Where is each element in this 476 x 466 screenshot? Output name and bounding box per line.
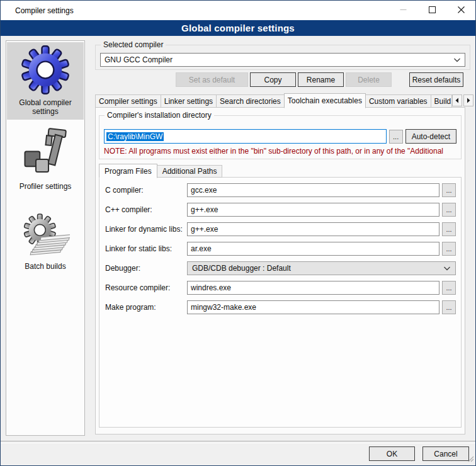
- installation-directory-row: C:\raylib\MinGW ... Auto-detect: [104, 129, 456, 144]
- field-label: Resource compiler:: [105, 283, 187, 292]
- c-compiler-row: C compiler: ...: [105, 183, 456, 197]
- compiler-select-value: GNU GCC Compiler: [105, 55, 173, 64]
- caliper-icon: [20, 128, 71, 180]
- window-controls: [388, 1, 475, 20]
- debugger-select[interactable]: GDB/CDB debugger : Default: [187, 261, 456, 275]
- static-linker-input[interactable]: [187, 242, 439, 256]
- blue-gear-icon: [21, 45, 70, 96]
- sidebar-item-batch-builds[interactable]: Batch builds: [7, 210, 84, 275]
- ok-button[interactable]: OK: [369, 446, 415, 461]
- cancel-button[interactable]: Cancel: [422, 446, 469, 461]
- tab-toolchain-executables[interactable]: Toolchain executables: [284, 93, 366, 108]
- installation-directory-input[interactable]: C:\raylib\MinGW: [104, 129, 387, 144]
- field-label: Debugger:: [105, 264, 187, 273]
- auto-detect-button[interactable]: Auto-detect: [405, 129, 456, 144]
- field-label: C++ compiler:: [105, 205, 187, 214]
- field-label: Linker for static libs:: [105, 244, 187, 253]
- browse-c-compiler-button[interactable]: ...: [442, 183, 456, 197]
- sidebar-item-global-compiler-settings[interactable]: Global compiler settings: [7, 42, 84, 120]
- make-program-input[interactable]: [187, 300, 439, 314]
- tab-build-options[interactable]: Build: [431, 94, 452, 108]
- browse-static-linker-button[interactable]: ...: [442, 242, 456, 256]
- title-bar[interactable]: Compiler settings: [1, 1, 475, 20]
- set-as-default-button[interactable]: Set as default: [176, 72, 248, 87]
- browse-directory-button[interactable]: ...: [389, 130, 403, 144]
- minimize-button[interactable]: [388, 1, 417, 20]
- dynamic-linker-input[interactable]: [187, 222, 439, 236]
- browse-dynamic-linker-button[interactable]: ...: [442, 222, 456, 236]
- dynamic-linker-row: Linker for dynamic libs: ...: [105, 222, 456, 236]
- gray-gear-stack-icon: [21, 213, 70, 260]
- selected-compiler-group: Selected compiler GNU GCC Compiler: [95, 45, 470, 70]
- compiler-actions: Set as default Copy Rename Delete Reset …: [95, 72, 470, 87]
- arrow-right-icon: [467, 96, 470, 105]
- footer-divider: [1, 441, 475, 443]
- reset-defaults-button[interactable]: Reset defaults: [409, 72, 463, 87]
- close-icon: [458, 6, 465, 15]
- maximize-button[interactable]: [417, 1, 446, 20]
- tab-program-files[interactable]: Program Files: [99, 164, 157, 178]
- sidebar-item-label: Global compiler settings: [13, 98, 78, 116]
- sidebar-item-profiler-settings[interactable]: Profiler settings: [7, 125, 84, 195]
- browse-make-program-button[interactable]: ...: [442, 300, 456, 314]
- page-title: Global compiler settings: [1, 20, 475, 36]
- bin-subdirectory-note: NOTE: All programs must exist either in …: [104, 147, 459, 156]
- c-compiler-input[interactable]: [187, 183, 439, 197]
- arrow-left-icon: [455, 96, 459, 105]
- tab-scroll-arrows: [452, 94, 473, 106]
- tab-scroll-left-button[interactable]: [452, 94, 462, 106]
- cpp-compiler-input[interactable]: [187, 203, 439, 217]
- minimize-icon: [400, 6, 407, 15]
- group-label: Selected compiler: [101, 40, 166, 49]
- delete-button[interactable]: Delete: [346, 72, 392, 87]
- cpp-compiler-row: C++ compiler: ...: [105, 203, 456, 217]
- rename-button[interactable]: Rename: [298, 72, 344, 87]
- close-button[interactable]: [446, 1, 475, 20]
- copy-button[interactable]: Copy: [250, 72, 296, 87]
- installation-directory-group: Compiler's installation directory C:\ray…: [99, 115, 462, 159]
- installation-directory-value: C:\raylib\MinGW: [106, 132, 164, 141]
- browse-cpp-compiler-button[interactable]: ...: [442, 203, 456, 217]
- tab-additional-paths[interactable]: Additional Paths: [157, 165, 223, 178]
- tab-search-directories[interactable]: Search directories: [216, 94, 285, 108]
- sidebar-item-label: Batch builds: [13, 262, 78, 271]
- resize-grip-icon[interactable]: [468, 455, 474, 464]
- tab-linker-settings[interactable]: Linker settings: [161, 94, 217, 108]
- field-label: Make program:: [105, 303, 187, 312]
- resource-compiler-row: Resource compiler: ...: [105, 281, 456, 295]
- field-label: C compiler:: [105, 186, 187, 195]
- group-label: Compiler's installation directory: [105, 111, 214, 120]
- browse-resource-compiler-button[interactable]: ...: [442, 281, 456, 295]
- resource-compiler-input[interactable]: [187, 281, 439, 295]
- program-files-tab-bar: Program Files Additional Paths: [99, 163, 222, 178]
- window-title: Compiler settings: [1, 6, 74, 15]
- settings-category-list: Global compiler settings Profiler settin…: [6, 40, 85, 436]
- chevron-down-icon: [443, 264, 451, 273]
- compiler-settings-dialog: Compiler settings Global compiler settin…: [0, 0, 476, 466]
- static-linker-row: Linker for static libs: ...: [105, 242, 456, 256]
- maximize-icon: [429, 6, 436, 15]
- compiler-select[interactable]: GNU GCC Compiler: [100, 53, 465, 67]
- debugger-select-value: GDB/CDB debugger : Default: [192, 264, 291, 273]
- tab-scroll-right-button[interactable]: [463, 94, 473, 106]
- debugger-row: Debugger: GDB/CDB debugger : Default: [105, 261, 456, 275]
- settings-tab-bar: Compiler settings Linker settings Search…: [95, 93, 470, 108]
- tab-custom-variables[interactable]: Custom variables: [365, 94, 431, 108]
- tab-compiler-settings[interactable]: Compiler settings: [95, 94, 161, 108]
- chevron-down-icon: [453, 55, 461, 64]
- sidebar-item-label: Profiler settings: [13, 182, 78, 191]
- field-label: Linker for dynamic libs:: [105, 225, 187, 234]
- make-program-row: Make program: ...: [105, 300, 456, 314]
